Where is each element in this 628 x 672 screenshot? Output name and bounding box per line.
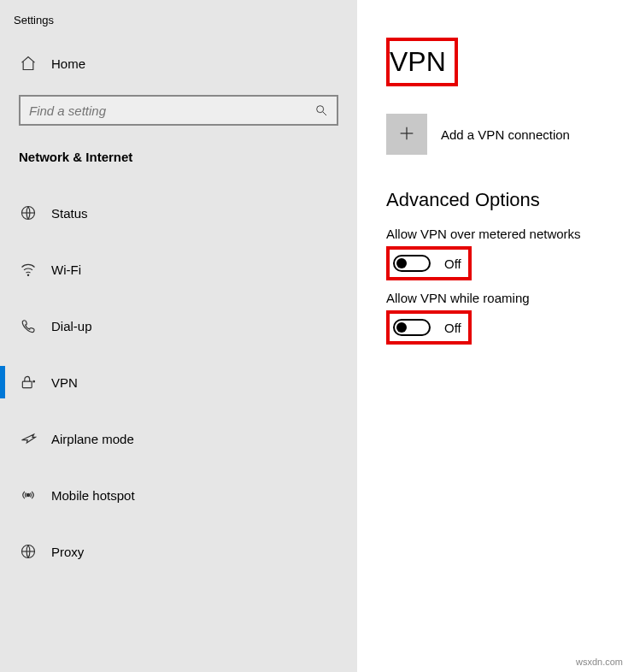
hotspot-icon xyxy=(19,486,38,504)
nav-label: Status xyxy=(51,206,88,221)
content-area: VPN Add a VPN connection Advanced Option… xyxy=(357,0,628,672)
watermark: wsxdn.com xyxy=(576,657,623,667)
svg-point-0 xyxy=(317,106,324,113)
airplane-icon xyxy=(19,429,38,448)
add-vpn-label: Add a VPN connection xyxy=(441,127,570,142)
toggle-metered-row: Off xyxy=(386,246,472,280)
svg-line-1 xyxy=(323,112,326,115)
sidebar: Settings Home Network & Internet Status … xyxy=(0,0,357,672)
option-metered-label: Allow VPN over metered networks xyxy=(386,227,628,241)
sidebar-item-hotspot[interactable]: Mobile hotspot xyxy=(0,474,357,516)
add-vpn-row[interactable]: Add a VPN connection xyxy=(386,114,628,155)
svg-point-6 xyxy=(33,380,35,382)
toggle-roaming-row: Off xyxy=(386,310,472,345)
svg-rect-5 xyxy=(22,381,32,388)
search-icon xyxy=(314,103,328,117)
app-title: Settings xyxy=(0,10,357,44)
sidebar-item-vpn[interactable]: VPN xyxy=(0,361,357,404)
nav-label: VPN xyxy=(51,375,78,390)
toggle-roaming-state: Off xyxy=(444,321,461,335)
search-input[interactable] xyxy=(29,103,314,118)
vpn-icon xyxy=(19,373,38,392)
dialup-icon xyxy=(19,316,38,335)
proxy-icon xyxy=(19,542,38,561)
status-icon xyxy=(19,203,38,222)
category-label: Network & Internet xyxy=(0,144,357,192)
toggle-roaming[interactable] xyxy=(393,319,431,336)
nav-label: Mobile hotspot xyxy=(51,488,135,503)
sidebar-item-status[interactable]: Status xyxy=(0,192,357,234)
sidebar-item-wifi[interactable]: Wi-Fi xyxy=(0,248,357,291)
option-roaming-label: Allow VPN while roaming xyxy=(386,291,628,305)
sidebar-item-dialup[interactable]: Dial-up xyxy=(0,304,357,347)
home-icon xyxy=(19,54,38,73)
svg-point-4 xyxy=(27,274,28,275)
wifi-icon xyxy=(19,260,38,279)
toggle-metered-state: Off xyxy=(444,256,461,271)
nav-label: Dial-up xyxy=(51,319,92,333)
nav-label: Airplane mode xyxy=(51,432,134,446)
home-nav[interactable]: Home xyxy=(0,44,357,83)
toggle-knob xyxy=(396,258,407,268)
add-button[interactable] xyxy=(386,114,427,155)
toggle-metered[interactable] xyxy=(393,255,431,272)
toggle-knob xyxy=(396,322,407,333)
nav-label: Proxy xyxy=(51,545,84,559)
nav-label: Wi-Fi xyxy=(51,262,81,277)
search-box[interactable] xyxy=(19,95,338,126)
plus-icon xyxy=(397,124,416,145)
home-label: Home xyxy=(51,56,85,71)
sidebar-item-airplane[interactable]: Airplane mode xyxy=(0,417,357,460)
advanced-options-header: Advanced Options xyxy=(386,189,628,211)
sidebar-item-proxy[interactable]: Proxy xyxy=(0,530,357,573)
page-title: VPN xyxy=(386,38,458,86)
svg-point-7 xyxy=(26,493,29,496)
